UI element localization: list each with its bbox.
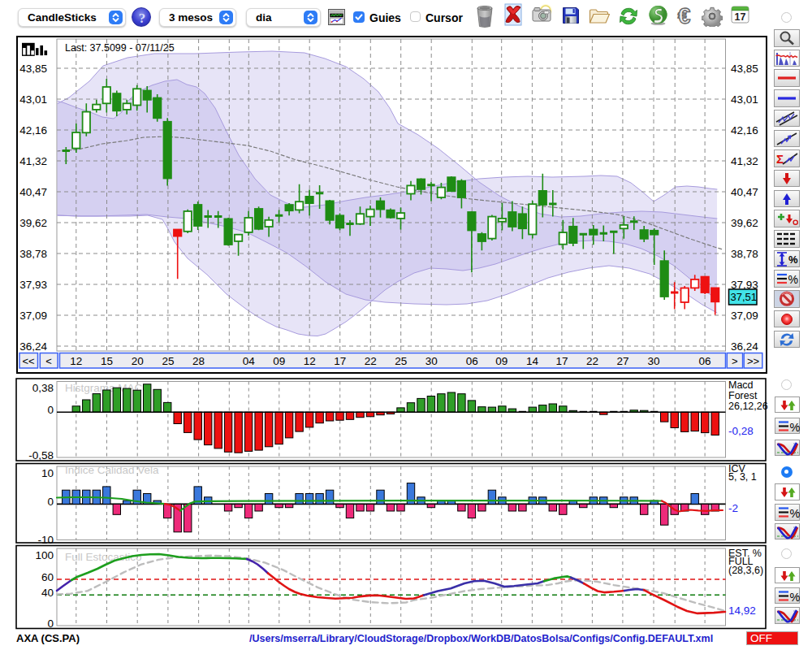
svg-text:<: < (45, 355, 52, 367)
svg-text:0: 0 (47, 496, 54, 508)
svg-text:22: 22 (365, 355, 377, 367)
svg-text:22: 22 (586, 355, 598, 367)
svg-text:>>: >> (747, 355, 759, 367)
svg-text:40: 40 (41, 587, 54, 599)
svg-text:37,93: 37,93 (19, 279, 47, 291)
svg-text:0,38: 0,38 (32, 382, 54, 394)
svg-text:(28,3,6): (28,3,6) (728, 565, 763, 576)
svg-text:%: % (788, 254, 798, 266)
svg-text:Σ: Σ (776, 152, 784, 166)
svg-text:27: 27 (616, 355, 628, 367)
svg-text:30: 30 (425, 355, 438, 367)
svg-text:20: 20 (132, 355, 144, 367)
svg-text:37,51: 37,51 (731, 291, 758, 303)
svg-text:26,12,26: 26,12,26 (728, 401, 768, 412)
svg-text:5, 3, 1: 5, 3, 1 (728, 471, 757, 483)
svg-text:60: 60 (41, 571, 54, 583)
svg-text:43,01: 43,01 (731, 93, 758, 106)
svg-text:>: > (732, 355, 738, 367)
svg-text:-10: -10 (37, 534, 54, 546)
svg-text:25: 25 (395, 355, 407, 367)
svg-text:<<: << (22, 355, 34, 367)
svg-text:36,24: 36,24 (19, 340, 47, 353)
svg-text:09: 09 (273, 355, 285, 367)
svg-text:25: 25 (162, 355, 174, 367)
svg-text:-0,58: -0,58 (28, 449, 54, 462)
svg-text:12: 12 (70, 355, 82, 367)
svg-text:30: 30 (647, 355, 659, 367)
svg-text:04: 04 (243, 355, 256, 367)
svg-text:43,01: 43,01 (19, 93, 47, 106)
svg-text:40,47: 40,47 (19, 186, 47, 198)
svg-text:%: % (789, 420, 800, 433)
svg-text:0: 0 (47, 618, 54, 630)
svg-text:14,92: 14,92 (728, 604, 756, 617)
svg-text:14: 14 (526, 355, 539, 367)
svg-text:42,16: 42,16 (731, 124, 758, 136)
svg-text:%: % (789, 590, 800, 603)
svg-text:38,78: 38,78 (19, 248, 47, 260)
svg-text:15: 15 (101, 355, 113, 367)
svg-text:41,32: 41,32 (731, 155, 758, 167)
svg-text:-0,28: -0,28 (728, 425, 754, 437)
svg-text:%: % (788, 273, 798, 286)
svg-text:37,09: 37,09 (19, 310, 47, 322)
svg-text:10: 10 (41, 467, 54, 479)
svg-text:43,85: 43,85 (731, 63, 758, 75)
svg-text:28: 28 (192, 355, 205, 367)
svg-text:Forest: Forest (728, 390, 758, 401)
svg-text:17: 17 (555, 355, 568, 367)
svg-text:Indice Calidad Vela: Indice Calidad Vela (65, 464, 159, 476)
svg-text:Last: 37.5099 - 07/11/25: Last: 37.5099 - 07/11/25 (65, 42, 175, 54)
svg-text:-2: -2 (728, 502, 738, 514)
svg-text:12: 12 (304, 355, 316, 367)
svg-text:37,09: 37,09 (731, 310, 758, 322)
svg-text:17: 17 (334, 355, 346, 367)
svg-text:06: 06 (466, 355, 478, 367)
svg-text:%: % (789, 507, 800, 520)
svg-text:09: 09 (495, 355, 508, 367)
svg-text:39,62: 39,62 (19, 217, 47, 229)
svg-text:100: 100 (35, 549, 54, 561)
svg-text:40,47: 40,47 (731, 186, 758, 198)
svg-text:41,32: 41,32 (19, 155, 47, 167)
svg-text:0: 0 (47, 404, 54, 416)
svg-text:39,62: 39,62 (731, 217, 758, 229)
svg-text:06: 06 (699, 355, 711, 367)
svg-text:43,85: 43,85 (19, 63, 47, 75)
svg-text:38,78: 38,78 (731, 248, 758, 260)
svg-text:42,16: 42,16 (19, 124, 47, 136)
svg-text:Macd: Macd (728, 379, 754, 391)
svg-text:36,24: 36,24 (731, 340, 758, 353)
